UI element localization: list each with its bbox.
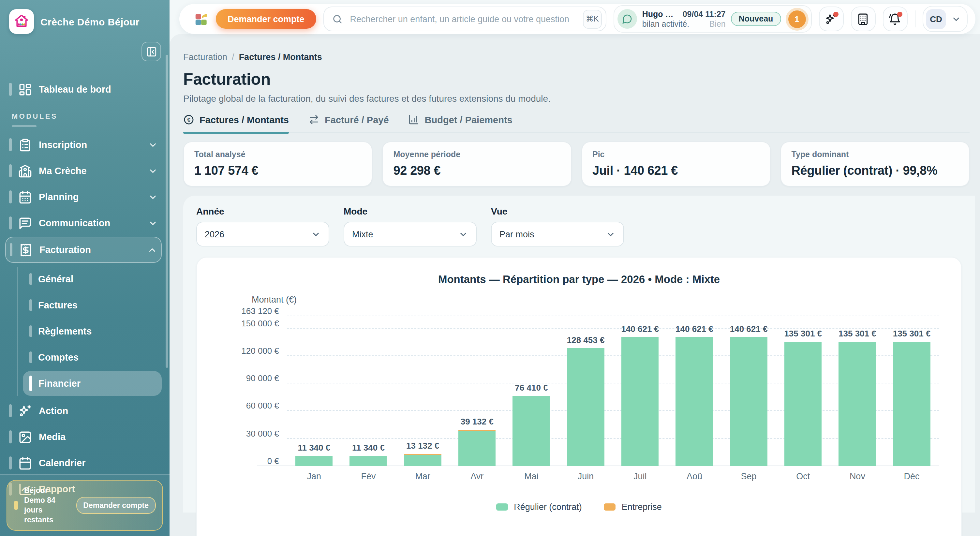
sidebar-header: Crèche Démo Béjour xyxy=(0,0,170,34)
filter-label: Vue xyxy=(491,206,624,216)
item-marker xyxy=(29,375,32,391)
bar-stack xyxy=(839,342,876,466)
x-axis-tick: Nov xyxy=(830,471,885,481)
svg-text:€: € xyxy=(187,117,190,123)
sidebar-item-label: Calendrier xyxy=(39,458,86,468)
sidebar-item-label: Inscription xyxy=(39,140,87,150)
sidebar-subitem-general[interactable]: Général xyxy=(23,267,162,291)
sidebar-subitem-financier[interactable]: Financier xyxy=(23,371,162,396)
search-input[interactable] xyxy=(349,13,577,24)
notifications-button[interactable] xyxy=(883,6,907,31)
chevron-down-icon xyxy=(951,14,961,24)
chevron-down-icon xyxy=(148,192,158,202)
filter-select[interactable]: 2026 xyxy=(196,222,329,247)
filter-année: Année2026 xyxy=(196,206,329,247)
legend-label: Régulier (contrat) xyxy=(514,502,582,512)
tab-1[interactable]: Facturé / Payé xyxy=(309,114,389,132)
item-marker xyxy=(9,430,11,444)
sidebar-item-facturation[interactable]: Facturation xyxy=(5,237,162,263)
item-marker xyxy=(9,83,11,96)
chart-plot-area: 163 120 €150 000 €120 000 €90 000 €60 00… xyxy=(287,310,939,466)
x-axis-tick: Mai xyxy=(504,471,559,481)
x-axis-tick: Aoû xyxy=(667,471,722,481)
trial-request-account-button[interactable]: Demander compte xyxy=(76,497,156,514)
notification-preview[interactable]: Hugo … 09/04 11:27 bilan activité. Bien … xyxy=(614,5,812,33)
bar-stack xyxy=(621,337,659,466)
sidebar-item-action[interactable]: Action xyxy=(5,398,162,423)
x-axis-tick: Mar xyxy=(395,471,450,481)
actions-button[interactable] xyxy=(819,6,843,31)
breadcrumb-parent[interactable]: Facturation xyxy=(183,52,227,62)
search-bar[interactable]: ⌘K xyxy=(323,6,606,31)
sidebar-item-calendrier[interactable]: Calendrier xyxy=(5,450,162,476)
bar-value-label: 135 301 € xyxy=(784,329,822,339)
chart-card: Montants — Répartition par type — 2026 •… xyxy=(196,257,962,536)
sidebar-subitem-comptes[interactable]: Comptes xyxy=(23,345,162,370)
filter-select[interactable]: Mixte xyxy=(344,222,477,247)
bar-segment-regulier xyxy=(295,456,332,466)
legend-swatch-icon xyxy=(496,503,508,511)
profile-menu[interactable]: CD xyxy=(923,6,967,32)
clipboard-icon xyxy=(18,138,32,152)
message-circle-icon xyxy=(617,9,637,29)
sidebar-item-inscription[interactable]: Inscription xyxy=(5,132,162,157)
tab-2[interactable]: Budget / Paiements xyxy=(409,114,512,132)
x-axis-tick: Fév xyxy=(341,471,396,481)
item-marker xyxy=(29,299,32,311)
bar-Déc: 135 301 € xyxy=(885,310,939,466)
bar-Sep: 140 621 € xyxy=(721,310,776,466)
sidebar-subitem-label: Factures xyxy=(38,300,78,310)
chevron-up-icon xyxy=(147,245,157,254)
chevron-down-icon xyxy=(148,166,158,176)
bar-stack xyxy=(893,342,931,466)
sidebar-subitem-reglements[interactable]: Règlements xyxy=(23,319,162,344)
app-logo xyxy=(9,9,34,34)
bar-stack xyxy=(730,337,767,466)
sidebar-subitem-factures[interactable]: Factures xyxy=(23,293,162,318)
sidebar-item-communication[interactable]: Communication xyxy=(5,211,162,235)
tab-0[interactable]: €Factures / Montants xyxy=(183,114,289,132)
bar-segment-regulier xyxy=(567,348,605,466)
chart-title: Montants — Répartition par type — 2026 •… xyxy=(214,273,944,286)
notification-sender: Hugo … xyxy=(642,10,673,19)
building-icon xyxy=(857,13,869,25)
bar-Juin: 128 453 € xyxy=(558,310,613,466)
bar-value-label: 13 132 € xyxy=(406,441,439,450)
filter-mode: ModeMixte xyxy=(344,206,477,247)
y-axis-tick: 150 000 € xyxy=(220,318,287,328)
item-marker xyxy=(9,456,11,469)
legend-swatch-icon xyxy=(604,503,616,511)
sidebar-item-media[interactable]: Media xyxy=(5,425,162,449)
sidebar-item-ma-creche[interactable]: Ma Crèche xyxy=(5,159,162,183)
legend-item: Entreprise xyxy=(604,502,662,512)
notification-preview-text-2: Bien xyxy=(710,19,726,29)
sidebar-item-tableau-de-bord[interactable]: Tableau de bord xyxy=(5,77,162,102)
bar-segment-regulier xyxy=(839,342,876,466)
establishment-button[interactable] xyxy=(851,6,875,31)
topbar-divider xyxy=(915,10,915,27)
stat-card: PicJuil · 140 621 € xyxy=(581,142,771,186)
notification-datetime: 09/04 11:27 xyxy=(682,10,726,19)
topbar: Demander compte ⌘K Hugo … 09/04 11:27 xyxy=(179,4,975,34)
bar-stack xyxy=(784,342,822,466)
sidebar-item-label: Ma Crèche xyxy=(39,165,87,176)
bar-Juil: 140 621 € xyxy=(613,310,667,466)
chevron-down-icon xyxy=(148,218,158,228)
request-account-button[interactable]: Demander compte xyxy=(216,9,316,29)
sidebar-item-planning[interactable]: Planning xyxy=(5,184,162,209)
sidebar-scrollbar-thumb[interactable] xyxy=(165,55,168,368)
bar-Oct: 135 301 € xyxy=(776,310,830,466)
bar-stack xyxy=(676,337,713,466)
bar-value-label: 76 410 € xyxy=(515,383,548,393)
calendar-icon xyxy=(18,456,32,470)
x-axis-tick: Avr xyxy=(450,471,504,481)
filter-select[interactable]: Par mois xyxy=(491,222,624,247)
sidebar-subitem-label: Financier xyxy=(38,378,81,389)
chevron-down-icon xyxy=(148,140,158,150)
image-icon xyxy=(18,430,32,444)
sidebar-facturation-subtree: GénéralFacturesRèglementsComptesFinancie… xyxy=(17,267,162,396)
bar-segment-regulier xyxy=(621,337,659,466)
bar-segment-regulier xyxy=(513,396,550,466)
trial-banner: Béjour Demo 84 jours restants Demander c… xyxy=(6,480,163,531)
sidebar-collapse-button[interactable] xyxy=(142,42,161,61)
